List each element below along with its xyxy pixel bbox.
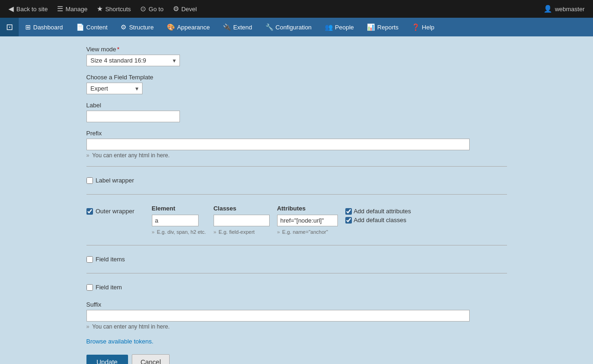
manage-link[interactable]: ☰ Manage [52,0,92,18]
nav-configuration[interactable]: 🔧 Configuration [259,18,318,36]
prefix-label: Prefix [86,130,507,137]
field-items-label[interactable]: Field items [96,256,125,263]
back-icon: ◀ [8,5,14,13]
add-default-classes-checkbox[interactable] [345,217,352,224]
back-to-site-link[interactable]: ◀ Back to site [4,0,52,18]
user-label: webmaster [555,6,585,13]
main-content: View mode* Size 4 standard 16:9Size 1Siz… [0,36,593,364]
gear-icon: ⚙ [173,5,179,13]
suffix-hint: » You can enter any html in here. [86,323,507,330]
help-icon: ❓ [412,23,420,31]
label-wrapper-row: Label wrapper [86,172,507,189]
configuration-label: Configuration [276,24,312,31]
nav-people[interactable]: 👥 People [318,18,360,36]
field-template-select[interactable]: Expert Default Hidden [86,83,143,94]
chevron-right-icon-5: » [86,323,90,330]
devel-link[interactable]: ⚙ Devel [168,0,201,18]
add-default-col: Add default attributes Add default class… [345,205,411,224]
search-icon: ⊙ [140,5,146,13]
browse-tokens-container: Browse available tokens. [86,337,507,345]
outer-wrapper-label[interactable]: Outer wrapper [96,208,135,215]
nav-dashboard[interactable]: ⊞ Dashboard [19,18,70,36]
prefix-hint: » You can enter any html in here. [86,152,507,159]
label-wrapper-checkbox-label[interactable]: Label wrapper [96,177,134,184]
appearance-icon: 🎨 [167,23,175,31]
outer-wrapper-checkbox[interactable] [86,208,93,215]
attributes-input[interactable] [277,215,338,226]
configuration-icon: 🔧 [265,23,273,31]
prefix-group: Prefix » You can enter any html in here. [86,130,507,159]
required-marker: * [117,46,120,53]
add-default-attributes-label[interactable]: Add default attributes [354,208,411,215]
classes-hint: » E.g. field-expert [214,229,270,235]
nav-content[interactable]: 📄 Content [70,18,114,36]
field-item-row: Field item [86,279,507,295]
goto-link[interactable]: ⊙ Go to [136,0,168,18]
nav-reports[interactable]: 📊 Reports [360,18,405,36]
field-item-label[interactable]: Field item [96,284,122,291]
label-wrapper-checkbox[interactable] [86,177,93,184]
form-section: View mode* Size 4 standard 16:9Size 1Siz… [86,46,507,364]
form-buttons: Update Cancel [86,354,507,364]
people-label: People [335,24,354,31]
outer-wrapper-fields: Element » E.g. div, span, h2 etc. Classe… [152,205,411,235]
outer-wrapper-check: Outer wrapper [86,205,152,215]
classes-col: Classes » E.g. field-expert [214,205,270,235]
label-input[interactable] [86,111,180,122]
chevron-right-icon-3: » [214,229,216,235]
shortcuts-link[interactable]: ★ Shortcuts [92,0,136,18]
field-item-checkbox[interactable] [86,284,93,291]
dashboard-label: Dashboard [33,24,63,31]
element-col: Element » E.g. div, span, h2 etc. [152,205,206,235]
browse-tokens-link[interactable]: Browse available tokens. [86,338,154,345]
view-mode-select[interactable]: Size 4 standard 16:9Size 1Size 2Default [86,55,180,66]
content-label: Content [86,24,108,31]
back-to-site-label: Back to site [16,6,48,13]
label-field-label: Label [86,102,507,109]
add-default-classes-label[interactable]: Add default classes [354,217,407,224]
user-link[interactable]: 👤 webmaster [539,0,589,18]
extend-label: Extend [233,24,252,31]
outer-wrapper-row: Outer wrapper Element » E.g. div, span, … [86,200,507,239]
separator-2 [86,194,507,195]
shortcuts-label: Shortcuts [105,6,131,13]
dashboard-icon: ⊞ [25,23,31,31]
field-items-row: Field items [86,251,507,267]
nav-bar: ⊡ ⊞ Dashboard 📄 Content ⚙ Structure 🎨 Ap… [0,18,593,36]
reports-icon: 📊 [367,23,375,31]
admin-bar-right: 👤 webmaster [539,0,589,18]
cancel-button[interactable]: Cancel [132,354,170,364]
chevron-right-icon-4: » [277,229,280,235]
goto-label: Go to [149,6,164,13]
structure-icon: ⚙ [121,23,127,31]
nav-structure[interactable]: ⚙ Structure [114,18,160,36]
suffix-group: Suffix » You can enter any html in here. [86,301,507,330]
classes-input[interactable] [214,215,270,226]
suffix-input[interactable] [86,310,470,322]
classes-label: Classes [214,205,270,212]
field-template-select-wrapper: Expert Default Hidden ▼ [86,83,143,94]
manage-icon: ☰ [57,5,63,13]
attributes-col: Attributes » E.g. name="anchor" [277,205,338,235]
manage-label: Manage [65,6,87,13]
prefix-input[interactable] [86,139,470,150]
nav-extend[interactable]: 🔌 Extend [216,18,258,36]
field-items-checkbox[interactable] [86,256,93,263]
element-input[interactable] [152,215,199,226]
field-template-label: Choose a Field Template [86,74,507,81]
add-default-attributes-checkbox[interactable] [345,208,352,215]
appearance-label: Appearance [177,24,210,31]
site-logo[interactable]: ⊡ [0,18,19,36]
chevron-right-icon-2: » [152,229,155,235]
people-icon: 👥 [325,23,333,31]
view-mode-group: View mode* Size 4 standard 16:9Size 1Siz… [86,46,507,66]
extend-icon: 🔌 [223,23,231,31]
update-button[interactable]: Update [86,355,128,364]
structure-label: Structure [129,24,154,31]
devel-label: Devel [181,6,197,13]
separator-4 [86,273,507,273]
star-icon: ★ [97,5,103,13]
nav-appearance[interactable]: 🎨 Appearance [160,18,216,36]
nav-help[interactable]: ❓ Help [405,18,441,36]
label-group: Label [86,102,507,122]
